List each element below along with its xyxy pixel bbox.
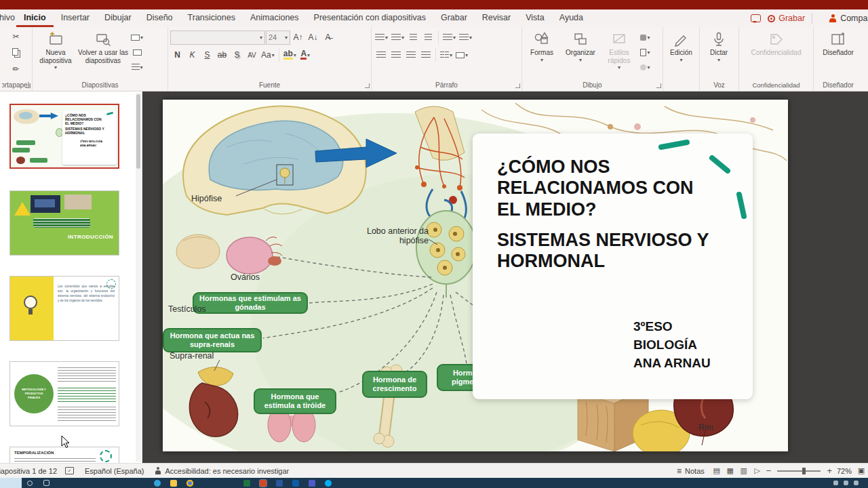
section-button[interactable]: ▾: [130, 60, 144, 75]
underline-button[interactable]: S: [200, 48, 214, 62]
widgets-tile[interactable]: [0, 478, 22, 488]
share-button[interactable]: Compartir: [829, 14, 868, 23]
numbering-button[interactable]: ▾: [390, 30, 406, 45]
slide-number-indicator[interactable]: Diapositiva 1 de 12: [0, 467, 60, 475]
chrome-icon[interactable]: [182, 478, 198, 488]
format-painter-button[interactable]: ✏: [9, 62, 23, 76]
text-direction-button[interactable]: ▾: [458, 30, 473, 45]
normal-view-button[interactable]: ▤: [710, 465, 724, 477]
slide-layout-button[interactable]: ▾: [130, 30, 144, 45]
justify-button[interactable]: [418, 48, 433, 62]
comments-icon[interactable]: [751, 14, 761, 22]
tab-inicio[interactable]: Inicio: [16, 9, 54, 27]
hormone-label-gonadas[interactable]: Hormonas que estimulam as gónadas: [193, 292, 308, 314]
italic-button[interactable]: K: [185, 48, 199, 62]
clear-formatting-button[interactable]: A̶: [321, 30, 335, 45]
search-icon[interactable]: [22, 478, 38, 488]
quick-styles-button[interactable]: Estilos rápidos▾: [601, 29, 637, 70]
tab-diseno[interactable]: Diseño: [139, 9, 180, 27]
paragraph-dialog-launcher[interactable]: [515, 83, 520, 88]
language-indicator[interactable]: Español (España): [79, 467, 149, 475]
convert-smartart-button[interactable]: ▾: [454, 48, 469, 62]
align-right-button[interactable]: [403, 48, 418, 62]
skype-icon[interactable]: [320, 478, 336, 488]
zoom-in-button[interactable]: +: [825, 466, 834, 476]
fit-slide-to-window-button[interactable]: ▣: [854, 465, 868, 477]
reuse-slides-button[interactable]: Volver a usar las diapositivas: [78, 29, 128, 64]
teams-icon[interactable]: [304, 478, 320, 488]
zoom-slider-thumb[interactable]: [802, 468, 806, 474]
hormone-label-suprarenais[interactable]: Hormona que actua nas supra-renais: [163, 328, 262, 352]
text-highlight-button[interactable]: ab▾: [282, 48, 298, 62]
thumbnail-slide-3[interactable]: Los contenidos que vamos a estudiar son:…: [9, 276, 119, 341]
outlook-icon[interactable]: [288, 478, 304, 488]
thumbnail-scrollbar[interactable]: [136, 93, 141, 462]
confidentiality-button[interactable]: Confidencialidad: [744, 29, 809, 57]
zoom-slider[interactable]: [777, 470, 821, 472]
character-spacing-button[interactable]: AV: [245, 48, 259, 62]
tab-animaciones[interactable]: Animaciones: [243, 9, 307, 27]
reset-slide-button[interactable]: [130, 45, 144, 60]
font-color-button[interactable]: A▾: [298, 48, 313, 62]
font-name-combobox[interactable]: ▾: [170, 30, 265, 45]
arrange-button[interactable]: Organizar▾: [561, 29, 600, 63]
tab-revisar[interactable]: Revisar: [475, 9, 518, 27]
decrease-font-button[interactable]: A↓: [306, 30, 320, 45]
tab-grabar[interactable]: Grabar: [433, 9, 475, 27]
align-left-button[interactable]: [374, 48, 388, 62]
bold-button[interactable]: N: [170, 48, 184, 62]
accessibility-checker[interactable]: Accesibilidad: es necesario investigar: [149, 467, 294, 475]
change-case-button[interactable]: Aa▾: [260, 48, 276, 62]
excel-icon[interactable]: [239, 478, 255, 488]
zoom-out-button[interactable]: −: [764, 466, 774, 476]
tab-ayuda[interactable]: Ayuda: [552, 9, 591, 27]
bullets-button[interactable]: ▾: [374, 30, 389, 45]
hormone-label-tiroide[interactable]: Hormona que estimula a tiróide: [254, 388, 336, 414]
shape-fill-button[interactable]: ▾: [638, 30, 652, 45]
tab-transiciones[interactable]: Transiciones: [180, 9, 243, 27]
scrollbar-thumb[interactable]: [136, 94, 140, 169]
tray-icon[interactable]: [833, 481, 838, 485]
slideshow-button[interactable]: ▷: [751, 465, 764, 477]
powerpoint-icon[interactable]: [255, 478, 271, 488]
increase-indent-button[interactable]: [421, 30, 435, 45]
strikethrough-button[interactable]: ab: [215, 48, 229, 62]
task-view-icon[interactable]: [38, 478, 54, 488]
thumbnail-slide-5[interactable]: TEMPORALIZACIÓN: [9, 447, 119, 463]
line-spacing-button[interactable]: ▾: [441, 30, 457, 45]
slide-sorter-view-button[interactable]: ▦: [724, 465, 737, 477]
hormone-label-crescimento[interactable]: Hormona de crescimento: [362, 371, 427, 398]
thumbnail-slide-4[interactable]: METODOLOGÍA Y PRODUCTOS FINALES: [9, 361, 119, 426]
tray-icon[interactable]: [854, 481, 859, 485]
record-button[interactable]: Grabar: [768, 14, 805, 23]
designer-button[interactable]: Diseñador: [816, 29, 860, 57]
spellcheck-button[interactable]: ✓: [60, 467, 79, 474]
tab-presentacion[interactable]: Presentación con diapositivas: [307, 9, 433, 27]
tray-icon[interactable]: [844, 481, 848, 485]
cut-button[interactable]: ✂: [9, 29, 23, 43]
clipboard-dialog-launcher[interactable]: [26, 83, 31, 88]
dictate-button[interactable]: Dictar▾: [702, 29, 736, 63]
edge-icon[interactable]: [149, 478, 165, 488]
drawing-dialog-launcher[interactable]: [656, 83, 661, 88]
align-center-button[interactable]: [389, 48, 403, 62]
decrease-indent-button[interactable]: [406, 30, 420, 45]
font-size-combobox[interactable]: 24▾: [266, 30, 290, 45]
thumbnail-slide-1[interactable]: ¿CÓMO NOS RELACIONAMOS CON EL MEDIO? SIS…: [9, 104, 119, 169]
columns-button[interactable]: ▾: [439, 48, 454, 62]
text-shadow-button[interactable]: S: [230, 48, 244, 62]
increase-font-button[interactable]: A↑: [291, 30, 305, 45]
word-icon[interactable]: [271, 478, 288, 488]
copy-button[interactable]: [9, 45, 23, 60]
tab-vista[interactable]: Vista: [518, 9, 552, 27]
notes-button[interactable]: ≡Notas: [671, 466, 710, 476]
shapes-button[interactable]: Formas▾: [524, 29, 559, 63]
tab-insertar[interactable]: Insertar: [54, 9, 97, 27]
tab-archivo[interactable]: Archivo: [0, 9, 16, 27]
reading-view-button[interactable]: ▥: [737, 465, 751, 477]
font-dialog-launcher[interactable]: [365, 83, 370, 88]
editing-button[interactable]: Edición▾: [665, 29, 697, 63]
shape-effects-button[interactable]: ▾: [638, 60, 652, 75]
shape-outline-button[interactable]: ▾: [638, 45, 652, 60]
tab-dibujar[interactable]: Dibujar: [97, 9, 139, 27]
